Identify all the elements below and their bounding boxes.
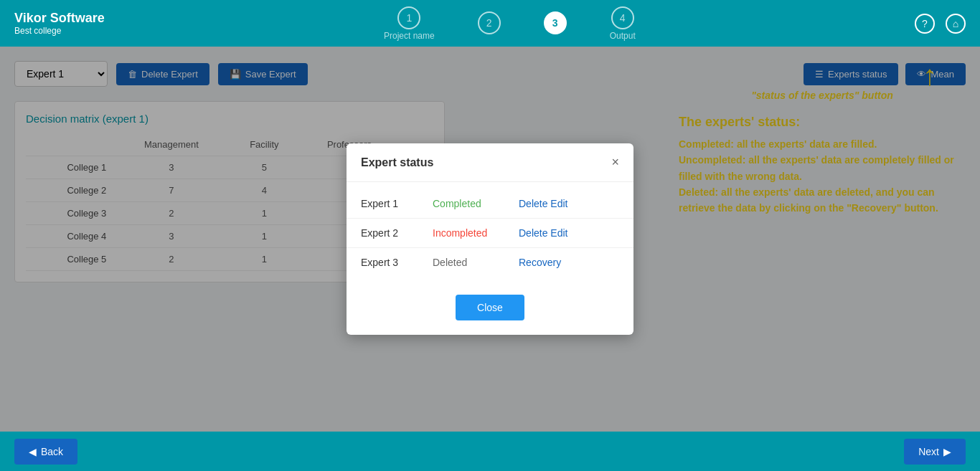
expert-status: Deleted	[433, 257, 504, 268]
header-icons: ? ⌂	[915, 14, 966, 34]
expert-status-modal: Expert status × Expert 1CompletedDelete …	[347, 143, 633, 335]
expert-name: Expert 1	[361, 198, 418, 209]
step-3[interactable]: 3	[544, 11, 567, 36]
step-1[interactable]: 1 Project name	[384, 6, 435, 41]
step-2[interactable]: 2	[478, 11, 501, 36]
modal-close-bottom-button[interactable]: Close	[456, 295, 524, 320]
list-item: Expert 2IncompletedDelete Edit	[347, 219, 633, 248]
step-4[interactable]: 4 Output	[610, 6, 636, 41]
back-button[interactable]: ◀ Back	[14, 439, 77, 465]
header: Vikor Software Best college 1 Project na…	[0, 0, 980, 47]
step-2-circle: 2	[478, 11, 501, 34]
expert-action-link[interactable]: Delete Edit	[519, 198, 567, 209]
brand: Vikor Software Best college	[14, 11, 105, 36]
list-item: Expert 3DeletedRecovery	[347, 248, 633, 277]
step-4-label: Output	[610, 31, 636, 41]
steps-nav: 1 Project name 2 3 4 Output	[105, 6, 915, 41]
list-item: Expert 1CompletedDelete Edit	[347, 189, 633, 219]
expert-status: Completed	[433, 198, 504, 209]
step-1-circle: 1	[397, 6, 420, 29]
footer: ◀ Back Next ▶	[0, 432, 980, 471]
step-1-label: Project name	[384, 31, 435, 41]
help-icon[interactable]: ?	[915, 14, 935, 34]
modal-overlay: Expert status × Expert 1CompletedDelete …	[0, 47, 980, 432]
main-area: Expert 1 Expert 2 Expert 3 🗑 Delete Expe…	[0, 47, 980, 432]
app-subtitle: Best college	[14, 26, 105, 36]
expert-status: Incompleted	[433, 227, 504, 239]
app-title: Vikor Software	[14, 11, 105, 26]
modal-footer: Close	[347, 284, 633, 320]
home-icon[interactable]: ⌂	[946, 14, 966, 34]
back-icon: ◀	[29, 446, 37, 457]
modal-header: Expert status ×	[347, 143, 633, 182]
modal-title: Expert status	[361, 156, 433, 169]
modal-body: Expert 1CompletedDelete EditExpert 2Inco…	[347, 182, 633, 284]
expert-name: Expert 2	[361, 227, 418, 239]
next-button[interactable]: Next ▶	[904, 439, 966, 465]
step-3-circle: 3	[544, 11, 567, 34]
modal-close-button[interactable]: ×	[611, 155, 619, 170]
expert-action-link[interactable]: Delete Edit	[519, 227, 567, 239]
step-4-circle: 4	[611, 6, 634, 29]
next-icon: ▶	[943, 446, 951, 457]
expert-name: Expert 3	[361, 257, 418, 268]
expert-action-link[interactable]: Recovery	[519, 257, 561, 268]
